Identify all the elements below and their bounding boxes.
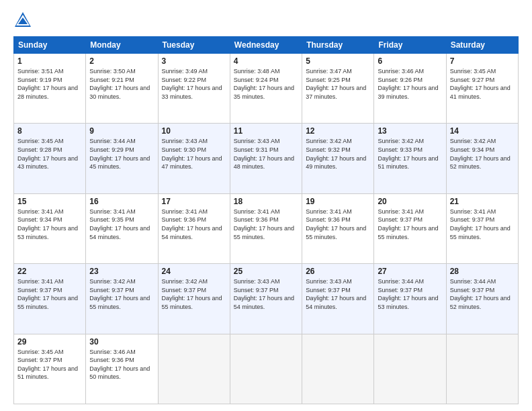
day-info: Sunrise: 3:44 AMSunset: 9:37 PMDaylight:… [450, 277, 515, 311]
day-info: Sunrise: 3:41 AMSunset: 9:35 PMDaylight:… [89, 208, 154, 241]
day-info: Sunrise: 3:42 AMSunset: 9:32 PMDaylight:… [306, 137, 370, 171]
calendar-cell [302, 334, 374, 404]
calendar-cell: 26Sunrise: 3:43 AMSunset: 9:37 PMDayligh… [302, 264, 374, 334]
calendar-cell: 6Sunrise: 3:46 AMSunset: 9:26 PMDaylight… [374, 54, 446, 124]
day-info: Sunrise: 3:46 AMSunset: 9:36 PMDaylight:… [89, 348, 154, 381]
calendar-cell: 8Sunrise: 3:45 AMSunset: 9:28 PMDaylight… [14, 124, 86, 193]
calendar-cell: 2Sunrise: 3:50 AMSunset: 9:21 PMDaylight… [86, 54, 158, 124]
calendar-cell: 21Sunrise: 3:41 AMSunset: 9:37 PMDayligh… [446, 193, 518, 263]
page: SundayMondayTuesdayWednesdayThursdayFrid… [0, 0, 532, 411]
day-info: Sunrise: 3:41 AMSunset: 9:37 PMDaylight:… [17, 277, 82, 311]
calendar-cell: 22Sunrise: 3:41 AMSunset: 9:37 PMDayligh… [14, 264, 86, 334]
calendar-cell: 15Sunrise: 3:41 AMSunset: 9:34 PMDayligh… [14, 193, 86, 263]
calendar-cell: 17Sunrise: 3:41 AMSunset: 9:36 PMDayligh… [158, 193, 230, 263]
calendar-cell: 28Sunrise: 3:44 AMSunset: 9:37 PMDayligh… [446, 264, 518, 334]
day-info: Sunrise: 3:44 AMSunset: 9:37 PMDaylight:… [378, 277, 442, 311]
calendar-cell: 30Sunrise: 3:46 AMSunset: 9:36 PMDayligh… [86, 334, 158, 404]
day-number: 9 [89, 126, 154, 136]
day-number: 16 [89, 197, 154, 206]
calendar-header-wednesday: Wednesday [230, 37, 302, 54]
day-info: Sunrise: 3:43 AMSunset: 9:31 PMDaylight:… [234, 137, 298, 171]
calendar-cell [158, 334, 230, 404]
day-number: 30 [89, 337, 154, 347]
day-number: 18 [234, 197, 298, 206]
calendar-cell: 12Sunrise: 3:42 AMSunset: 9:32 PMDayligh… [302, 124, 374, 193]
day-info: Sunrise: 3:43 AMSunset: 9:30 PMDaylight:… [162, 137, 226, 171]
day-info: Sunrise: 3:42 AMSunset: 9:37 PMDaylight:… [162, 277, 226, 311]
calendar-cell: 27Sunrise: 3:44 AMSunset: 9:37 PMDayligh… [374, 264, 446, 334]
calendar-header-monday: Monday [86, 37, 158, 54]
day-info: Sunrise: 3:41 AMSunset: 9:36 PMDaylight:… [234, 208, 298, 241]
day-number: 10 [162, 126, 226, 136]
day-number: 20 [378, 197, 442, 206]
day-number: 27 [378, 267, 442, 276]
day-number: 2 [89, 56, 154, 66]
day-number: 19 [306, 197, 370, 206]
calendar-header-saturday: Saturday [446, 37, 518, 54]
day-info: Sunrise: 3:41 AMSunset: 9:36 PMDaylight:… [306, 208, 370, 241]
day-info: Sunrise: 3:43 AMSunset: 9:37 PMDaylight:… [306, 277, 370, 311]
calendar-cell: 24Sunrise: 3:42 AMSunset: 9:37 PMDayligh… [158, 264, 230, 334]
day-number: 25 [234, 267, 298, 276]
logo-icon [13, 11, 32, 30]
day-number: 15 [17, 197, 82, 206]
day-number: 13 [378, 126, 442, 136]
header [13, 11, 519, 30]
day-info: Sunrise: 3:45 AMSunset: 9:27 PMDaylight:… [450, 67, 515, 101]
day-number: 6 [378, 56, 442, 66]
calendar-week-row: 29Sunrise: 3:45 AMSunset: 9:37 PMDayligh… [14, 334, 519, 404]
calendar-cell: 23Sunrise: 3:42 AMSunset: 9:37 PMDayligh… [86, 264, 158, 334]
day-info: Sunrise: 3:46 AMSunset: 9:26 PMDaylight:… [378, 67, 442, 101]
day-number: 28 [450, 267, 515, 276]
day-info: Sunrise: 3:41 AMSunset: 9:36 PMDaylight:… [162, 208, 226, 241]
calendar-cell: 5Sunrise: 3:47 AMSunset: 9:25 PMDaylight… [302, 54, 374, 124]
day-info: Sunrise: 3:41 AMSunset: 9:37 PMDaylight:… [378, 208, 442, 241]
day-info: Sunrise: 3:42 AMSunset: 9:33 PMDaylight:… [378, 137, 442, 171]
calendar-cell: 1Sunrise: 3:51 AMSunset: 9:19 PMDaylight… [14, 54, 86, 124]
day-number: 24 [162, 267, 226, 276]
day-info: Sunrise: 3:45 AMSunset: 9:28 PMDaylight:… [17, 137, 82, 171]
logo [13, 11, 35, 30]
calendar-cell: 10Sunrise: 3:43 AMSunset: 9:30 PMDayligh… [158, 124, 230, 193]
calendar-cell: 13Sunrise: 3:42 AMSunset: 9:33 PMDayligh… [374, 124, 446, 193]
calendar-cell [230, 334, 302, 404]
day-info: Sunrise: 3:48 AMSunset: 9:24 PMDaylight:… [234, 67, 298, 101]
calendar-cell: 16Sunrise: 3:41 AMSunset: 9:35 PMDayligh… [86, 193, 158, 263]
calendar-header-friday: Friday [374, 37, 446, 54]
calendar-week-row: 8Sunrise: 3:45 AMSunset: 9:28 PMDaylight… [14, 124, 519, 193]
calendar-cell: 4Sunrise: 3:48 AMSunset: 9:24 PMDaylight… [230, 54, 302, 124]
calendar-header-tuesday: Tuesday [158, 37, 230, 54]
day-number: 21 [450, 197, 515, 206]
calendar-cell: 20Sunrise: 3:41 AMSunset: 9:37 PMDayligh… [374, 193, 446, 263]
day-number: 4 [234, 56, 298, 66]
day-info: Sunrise: 3:43 AMSunset: 9:37 PMDaylight:… [234, 277, 298, 311]
calendar-cell: 25Sunrise: 3:43 AMSunset: 9:37 PMDayligh… [230, 264, 302, 334]
day-info: Sunrise: 3:44 AMSunset: 9:29 PMDaylight:… [89, 137, 154, 171]
day-number: 23 [89, 267, 154, 276]
day-number: 8 [17, 126, 82, 136]
calendar-cell: 14Sunrise: 3:42 AMSunset: 9:34 PMDayligh… [446, 124, 518, 193]
calendar-week-row: 1Sunrise: 3:51 AMSunset: 9:19 PMDaylight… [14, 54, 519, 124]
day-info: Sunrise: 3:47 AMSunset: 9:25 PMDaylight:… [306, 67, 370, 101]
calendar-cell: 11Sunrise: 3:43 AMSunset: 9:31 PMDayligh… [230, 124, 302, 193]
calendar-cell: 18Sunrise: 3:41 AMSunset: 9:36 PMDayligh… [230, 193, 302, 263]
calendar-cell: 7Sunrise: 3:45 AMSunset: 9:27 PMDaylight… [446, 54, 518, 124]
day-number: 29 [17, 337, 82, 347]
day-number: 3 [162, 56, 226, 66]
day-number: 7 [450, 56, 515, 66]
calendar-cell: 29Sunrise: 3:45 AMSunset: 9:37 PMDayligh… [14, 334, 86, 404]
day-number: 1 [17, 56, 82, 66]
day-number: 17 [162, 197, 226, 206]
day-info: Sunrise: 3:41 AMSunset: 9:34 PMDaylight:… [17, 208, 82, 241]
calendar-week-row: 22Sunrise: 3:41 AMSunset: 9:37 PMDayligh… [14, 264, 519, 334]
day-info: Sunrise: 3:49 AMSunset: 9:22 PMDaylight:… [162, 67, 226, 101]
day-info: Sunrise: 3:45 AMSunset: 9:37 PMDaylight:… [17, 348, 82, 381]
day-info: Sunrise: 3:42 AMSunset: 9:34 PMDaylight:… [450, 137, 515, 171]
day-number: 26 [306, 267, 370, 276]
day-info: Sunrise: 3:51 AMSunset: 9:19 PMDaylight:… [17, 67, 82, 101]
day-number: 11 [234, 126, 298, 136]
calendar-cell [446, 334, 518, 404]
day-info: Sunrise: 3:50 AMSunset: 9:21 PMDaylight:… [89, 67, 154, 101]
day-info: Sunrise: 3:41 AMSunset: 9:37 PMDaylight:… [450, 208, 515, 241]
day-number: 5 [306, 56, 370, 66]
